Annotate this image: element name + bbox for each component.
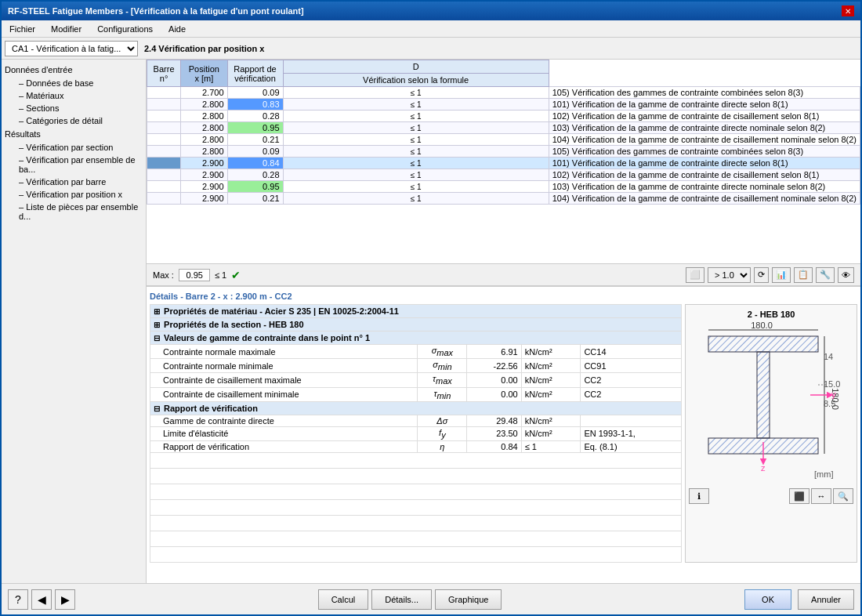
verif-section-header[interactable]: ⊟ Rapport de vérification bbox=[150, 401, 682, 415]
section-prop-row: ⊞ Propriétés de la section - HEB 180 bbox=[150, 318, 682, 332]
details-panel: Détails - Barre 2 - x : 2.900 m - CC2 ⊞ … bbox=[147, 285, 860, 583]
details-table: ⊞ Propriétés de matériau - Acier S 235 |… bbox=[150, 304, 682, 563]
row-value: -22.56 bbox=[467, 359, 521, 373]
bottom-right-buttons: OK Annuler bbox=[744, 589, 854, 610]
sidebar-item-verif-section[interactable]: – Vérification par section bbox=[2, 141, 146, 154]
filter-apply-button[interactable]: ⟳ bbox=[754, 267, 769, 283]
sidebar: Données d'entrée – Données de base – Mat… bbox=[2, 60, 147, 583]
max-toolbar-row: Max : 0.95 ≤ 1 ✔ ⬜ > 1.0 ⟳ 📊 📋 🔧 👁 bbox=[147, 263, 860, 285]
detail-row-1: Contrainte normale maximale σmax 6.91 kN… bbox=[150, 345, 682, 359]
calcul-button[interactable]: Calcul bbox=[318, 589, 369, 610]
empty-row bbox=[150, 484, 682, 499]
row-value: 0.00 bbox=[467, 387, 521, 401]
filter-dropdown[interactable]: > 1.0 bbox=[708, 267, 751, 283]
row-unit: kN/cm² bbox=[521, 415, 581, 426]
menu-aide[interactable]: Aide bbox=[164, 23, 190, 35]
row-label: Contrainte de cisaillement maximale bbox=[150, 373, 418, 387]
section-btn-1[interactable]: ⬛ bbox=[789, 488, 809, 504]
bottom-layout: ⊞ Propriétés de matériau - Acier S 235 |… bbox=[150, 304, 857, 563]
row-label: Gamme de contrainte directe bbox=[150, 415, 418, 426]
view-btn-2[interactable]: 📋 bbox=[794, 267, 813, 283]
sidebar-item-materiaux[interactable]: – Matériaux bbox=[2, 89, 146, 102]
details-left: ⊞ Propriétés de matériau - Acier S 235 |… bbox=[150, 304, 682, 563]
section-btn-2[interactable]: ↔ bbox=[811, 488, 831, 504]
menu-modifier[interactable]: Modifier bbox=[46, 23, 86, 35]
view-btn-1[interactable]: 📊 bbox=[772, 267, 791, 283]
menu-configurations[interactable]: Configurations bbox=[92, 23, 158, 35]
help-button[interactable]: ? bbox=[8, 589, 28, 610]
cell-ratio: 0.28 bbox=[227, 169, 283, 181]
info-button[interactable]: ℹ bbox=[689, 488, 709, 504]
row-unit: kN/cm² bbox=[521, 426, 581, 440]
menu-fichier[interactable]: Fichier bbox=[5, 23, 40, 35]
cell-pos: 2.700 bbox=[181, 87, 227, 99]
sidebar-item-verif-position[interactable]: – Vérification par position x bbox=[2, 188, 146, 201]
verif-section-header-row: ⊟ Rapport de vérification bbox=[150, 401, 682, 415]
cell-desc: 101) Vérification de la gamme de contrai… bbox=[549, 158, 860, 169]
view-btn-4[interactable]: 👁 bbox=[838, 267, 854, 283]
row-value: 0.84 bbox=[467, 440, 521, 452]
verif-row-2: Limite d'élasticité fy 23.50 kN/cm² EN 1… bbox=[150, 426, 682, 440]
main-content: Données d'entrée – Données de base – Mat… bbox=[2, 60, 860, 583]
col-d-subheader: Vérification selon la formule bbox=[283, 74, 549, 87]
cell-pos: 2.800 bbox=[181, 146, 227, 158]
cell-desc: 102) Vérification de la gamme de contrai… bbox=[549, 169, 860, 181]
next-button[interactable]: ▶ bbox=[55, 589, 75, 610]
table-row: 2.800 0.09 ≤ 1 105) Vérification des gam… bbox=[147, 146, 860, 158]
sidebar-item-liste-pieces[interactable]: – Liste de pièces par ensemble d... bbox=[2, 201, 146, 223]
sidebar-item-categories[interactable]: – Catégories de détail bbox=[2, 114, 146, 127]
detail-row-3: Contrainte de cisaillement maximale τmax… bbox=[150, 373, 682, 387]
cell-pos: 2.900 bbox=[181, 158, 227, 169]
section-btn-3[interactable]: 🔍 bbox=[833, 488, 853, 504]
row-label: Rapport de vérification bbox=[150, 440, 418, 452]
bottom-left-buttons: ? ◀ ▶ bbox=[8, 589, 75, 610]
cell-leq: ≤ 1 bbox=[283, 193, 549, 205]
sidebar-item-verif-ensemble[interactable]: – Vérification par ensemble de ba... bbox=[2, 154, 146, 176]
cell-desc: 104) Vérification de la gamme de contrai… bbox=[549, 134, 860, 146]
cell-ratio: 0.09 bbox=[227, 146, 283, 158]
prev-button[interactable]: ◀ bbox=[31, 589, 52, 610]
row-ref: EN 1993-1-1, bbox=[581, 426, 682, 440]
view-btn-3[interactable]: 🔧 bbox=[816, 267, 835, 283]
graphique-button[interactable]: Graphique bbox=[435, 589, 502, 610]
sidebar-item-sections[interactable]: – Sections bbox=[2, 102, 146, 114]
row-label: Limite d'élasticité bbox=[150, 426, 418, 440]
sidebar-item-verif-barre[interactable]: – Vérification par barre bbox=[2, 176, 146, 188]
cell-desc: 103) Vérification de la gamme de contrai… bbox=[549, 122, 860, 134]
expand-icon-2: ⊞ bbox=[154, 321, 161, 329]
section-view: 2 - HEB 180 bbox=[685, 304, 857, 563]
data-table-area[interactable]: Barren° Positionx [m] Rapport devérifica… bbox=[147, 60, 860, 263]
cell-leq: ≤ 1 bbox=[283, 169, 549, 181]
details-button[interactable]: Détails... bbox=[371, 589, 432, 610]
cell-a bbox=[147, 181, 181, 193]
detail-row-2: Contrainte normale minimale σmin -22.56 … bbox=[150, 359, 682, 373]
case-dropdown[interactable]: CA1 - Vérification à la fatig... bbox=[5, 41, 138, 56]
export-button[interactable]: ⬜ bbox=[686, 267, 704, 283]
sidebar-item-donnees-base[interactable]: – Données de base bbox=[2, 77, 146, 89]
table-row: 2.800 0.28 ≤ 1 102) Vérification de la g… bbox=[147, 111, 860, 122]
cell-desc: 104) Vérification de la gamme de contrai… bbox=[549, 193, 860, 205]
svg-text:y: y bbox=[831, 390, 836, 399]
cell-pos: 2.900 bbox=[181, 181, 227, 193]
max-leq: ≤ 1 bbox=[215, 270, 226, 280]
detail-row-4: Contrainte de cisaillement minimale τmin… bbox=[150, 387, 682, 401]
green-check-icon: ✔ bbox=[231, 269, 241, 281]
section-header[interactable]: ⊞ Propriétés de la section - HEB 180 bbox=[150, 318, 682, 332]
material-section-header[interactable]: ⊞ Propriétés de matériau - Acier S 235 |… bbox=[150, 305, 682, 318]
cell-a bbox=[147, 122, 181, 134]
row-ref: CC91 bbox=[581, 359, 682, 373]
title-bar: RF-STEEL Fatigue Members - [Vérification… bbox=[2, 2, 860, 20]
constraint-section-header[interactable]: ⊟ Valeurs de gamme de contrainte dans le… bbox=[150, 332, 682, 345]
row-unit: kN/cm² bbox=[521, 359, 581, 373]
svg-text:180.0: 180.0 bbox=[751, 321, 773, 330]
row-unit: kN/cm² bbox=[521, 373, 581, 387]
table-row-selected: 2.900 0.84 ≤ 1 101) Vérification de la g… bbox=[147, 158, 860, 169]
max-value: 0.95 bbox=[179, 269, 210, 281]
verification-table: Barren° Positionx [m] Rapport devérifica… bbox=[147, 60, 860, 205]
row-label: Contrainte normale minimale bbox=[150, 359, 418, 373]
close-button[interactable]: ✕ bbox=[842, 5, 854, 16]
annuler-button[interactable]: Annuler bbox=[798, 589, 854, 610]
cell-ratio: 0.83 bbox=[227, 99, 283, 111]
ok-button[interactable]: OK bbox=[744, 589, 791, 610]
empty-row bbox=[150, 468, 682, 484]
